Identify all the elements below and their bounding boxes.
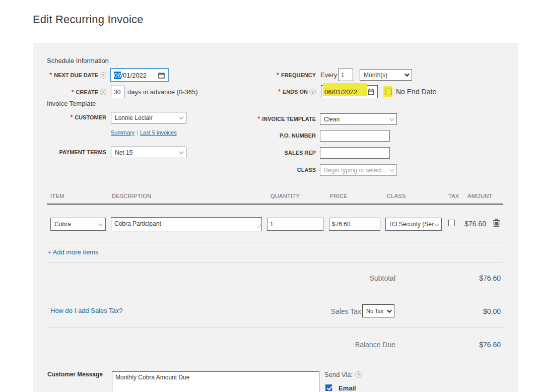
invoice-template-select[interactable]: Clean (320, 113, 397, 125)
highlight-annotation (383, 86, 392, 97)
resize-handle-icon[interactable] (256, 223, 260, 230)
customer-message-textarea[interactable]: Monthly Cobra Amount Due (112, 371, 319, 392)
edit-recurring-invoice-page: Edit Recurring Invoice Schedule Informat… (0, 0, 538, 392)
help-icon[interactable] (100, 72, 106, 79)
payment-terms-label: PAYMENT TERMS (33, 147, 106, 158)
payment-terms-select[interactable]: Net 15 (111, 147, 186, 158)
col-header-class: CLASS (387, 193, 406, 199)
sales-rep-input[interactable] (320, 147, 390, 159)
chevron-down-icon (179, 149, 184, 154)
next-due-date-label: NEXT DUE DATE (33, 69, 106, 82)
balance-due-value: $76.60 (430, 341, 501, 349)
class-label: CLASS (244, 164, 316, 175)
quantity-input[interactable] (267, 218, 323, 231)
po-number-label: P.O. NUMBER (244, 130, 316, 141)
line-amount: $76.60 (431, 220, 486, 228)
class-select[interactable]: Begin typing or select... (320, 164, 397, 176)
chevron-down-icon (389, 116, 394, 121)
summary-link[interactable]: Summary (111, 129, 134, 136)
required-asterisk (72, 89, 75, 96)
create-label: CREATE (33, 86, 106, 98)
subtotal-label: Subtotal (295, 274, 395, 282)
email-checkbox[interactable] (325, 384, 332, 391)
customer-label: CUSTOMER (33, 112, 106, 123)
chevron-down-icon (389, 167, 394, 172)
price-input[interactable] (329, 218, 380, 231)
sales-rep-label: SALES REP (244, 147, 316, 158)
balance-due-label: Balance Due (295, 341, 395, 349)
help-icon[interactable] (355, 371, 362, 378)
required-asterisk (277, 72, 280, 79)
add-more-items-link[interactable]: + Add more items (47, 248, 99, 256)
divider (47, 364, 503, 364)
required-asterisk (278, 88, 281, 95)
help-icon[interactable] (100, 89, 106, 95)
required-asterisk (258, 115, 261, 122)
col-header-price: PRICE (330, 193, 348, 199)
col-header-tax: TAX (448, 193, 459, 199)
create-days-input[interactable] (111, 86, 124, 98)
sales-tax-help-link[interactable]: How do I add Sales Tax? (50, 307, 123, 314)
frequency-label: FREQUENCY (259, 69, 316, 82)
chevron-down-icon (179, 114, 184, 119)
chevron-down-icon (387, 308, 392, 313)
col-header-description: DESCRIPTION (112, 193, 151, 199)
help-icon[interactable] (309, 89, 316, 95)
divider (47, 242, 503, 242)
customer-message-label: Customer Message (47, 371, 103, 378)
ends-on-label: ENDS ON (259, 85, 316, 98)
last-5-invoices-link[interactable]: Last 5 invoices (140, 129, 177, 136)
send-via-label: Send Via: (324, 371, 362, 378)
date-selected-segment[interactable]: 06 (114, 72, 121, 79)
email-checkbox-label: Email (339, 384, 356, 392)
schedule-section-heading: Schedule Information (47, 57, 109, 64)
customer-select[interactable]: Lonnie Leclair (111, 112, 186, 123)
required-asterisk (71, 114, 74, 121)
divider (47, 328, 503, 328)
invoice-template-label: INVOICE TEMPLATE (244, 113, 316, 124)
frequency-interval-input[interactable] (338, 69, 353, 81)
calendar-icon[interactable] (368, 89, 374, 95)
invoice-template-section-heading: Invoice Template (47, 100, 96, 107)
calendar-icon[interactable] (158, 72, 165, 79)
ends-on-date-input[interactable]: 06/01/2022 (321, 85, 378, 98)
table-header-divider (47, 204, 503, 205)
create-days-suffix: days in advance (0-365) (127, 86, 197, 98)
frequency-every-text: Every (320, 69, 337, 82)
no-end-date-checkbox[interactable] (385, 89, 391, 95)
col-header-item: ITEM (50, 193, 64, 199)
sales-tax-label: Sales Tax (291, 307, 361, 315)
next-due-date-input[interactable]: 06/01/2022 (110, 68, 169, 82)
customer-links: Summary|Last 5 invoices (111, 129, 177, 136)
item-select[interactable]: Cobra (50, 218, 106, 231)
sales-tax-value: $0.00 (430, 307, 501, 315)
sales-tax-select[interactable]: No Tax (362, 304, 394, 317)
page-title: Edit Recurring Invoice (33, 13, 144, 26)
po-number-input[interactable] (320, 130, 390, 142)
required-asterisk (50, 72, 53, 79)
col-header-quantity: QUANTITY (271, 193, 300, 199)
chevron-down-icon (405, 72, 410, 77)
subtotal-value: $76.60 (430, 274, 501, 282)
chevron-down-icon (98, 221, 103, 226)
link-separator: | (134, 129, 140, 136)
trash-icon[interactable] (493, 219, 500, 229)
no-end-date-label: No End Date (396, 85, 436, 98)
divider (47, 263, 503, 263)
form-panel: Schedule Information NEXT DUE DATE 06/01… (33, 43, 518, 392)
frequency-unit-select[interactable]: Month(s) (360, 69, 412, 81)
description-textarea[interactable]: Cobra Participant (111, 217, 262, 231)
col-header-amount: AMOUNT (467, 193, 492, 199)
